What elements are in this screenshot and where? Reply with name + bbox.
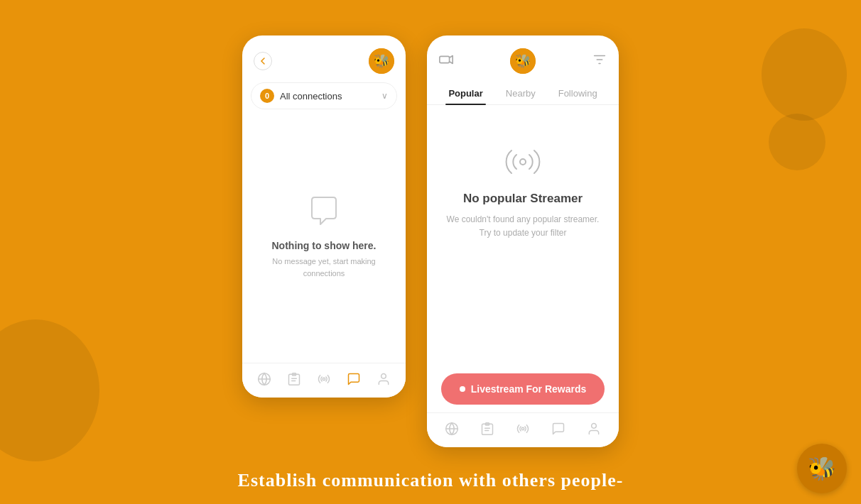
svg-text:🐝: 🐝 <box>374 53 390 69</box>
left-avatar[interactable]: 🐝 <box>369 48 394 74</box>
back-button[interactable] <box>254 52 272 70</box>
svg-point-9 <box>381 374 386 379</box>
tab-popular[interactable]: Popular <box>445 82 485 104</box>
avatar-image: 🐝 <box>369 48 394 74</box>
connections-filter-bar[interactable]: 0 All connections ∨ <box>251 82 397 109</box>
right-phone-header: 🐝 <box>427 35 619 82</box>
left-bottom-nav <box>242 363 406 398</box>
tagline: Establish communication with others peop… <box>0 470 861 491</box>
tab-nearby[interactable]: Nearby <box>503 82 538 104</box>
right-avatar-image: 🐝 <box>510 48 536 74</box>
svg-rect-10 <box>440 56 450 62</box>
right-bottom-nav <box>427 412 619 447</box>
svg-point-23 <box>521 427 524 429</box>
right-globe-nav-icon[interactable] <box>445 422 459 436</box>
empty-title: Nothing to show here. <box>272 240 377 251</box>
empty-chat-icon <box>306 195 342 230</box>
right-phone-screen: 🐝 Popular Nearby Following <box>427 35 619 447</box>
clipboard-nav-icon[interactable] <box>287 372 301 386</box>
livestream-button-label: Livestream For Rewards <box>471 383 587 395</box>
chevron-down-icon: ∨ <box>381 91 388 101</box>
left-phone-screen: 🐝 0 All connections ∨ Nothing to show he… <box>242 35 406 398</box>
no-streamer-title: No popular Streamer <box>463 192 583 206</box>
broadcast-nav-icon[interactable] <box>317 372 331 386</box>
tab-following[interactable]: Following <box>556 82 600 104</box>
right-chat-nav-icon[interactable] <box>551 422 565 436</box>
connections-badge: 0 <box>260 89 274 103</box>
svg-point-16 <box>520 159 526 165</box>
svg-point-8 <box>323 378 325 380</box>
no-streamer-icon <box>502 148 544 179</box>
chat-nav-icon[interactable] <box>347 372 361 386</box>
live-dot-icon <box>460 386 465 392</box>
profile-nav-icon[interactable] <box>377 372 391 386</box>
bee-logo: 🐝 <box>797 444 847 493</box>
no-streamer-subtitle: We couldn't found any popular streamer.T… <box>447 213 600 240</box>
filter-icon[interactable] <box>592 52 607 70</box>
globe-nav-icon[interactable] <box>257 372 271 386</box>
svg-text:🐝: 🐝 <box>515 53 531 69</box>
right-clipboard-nav-icon[interactable] <box>480 422 494 436</box>
back-arrow-icon <box>259 57 267 65</box>
connections-label: All connections <box>280 91 376 102</box>
phones-container: 🐝 0 All connections ∨ Nothing to show he… <box>0 35 861 447</box>
video-icon[interactable] <box>438 52 454 70</box>
right-avatar[interactable]: 🐝 <box>510 48 536 74</box>
left-empty-state: Nothing to show here. No message yet, st… <box>242 166 406 307</box>
tabs-row: Popular Nearby Following <box>427 82 619 105</box>
svg-point-24 <box>592 424 597 429</box>
empty-subtitle: No message yet, start making connections <box>256 256 391 279</box>
right-broadcast-nav-icon[interactable] <box>516 422 530 436</box>
right-empty-state: No popular Streamer We couldn't found an… <box>427 105 619 261</box>
right-profile-nav-icon[interactable] <box>587 422 601 436</box>
livestream-rewards-button[interactable]: Livestream For Rewards <box>441 373 605 405</box>
left-phone-header: 🐝 <box>242 35 406 82</box>
